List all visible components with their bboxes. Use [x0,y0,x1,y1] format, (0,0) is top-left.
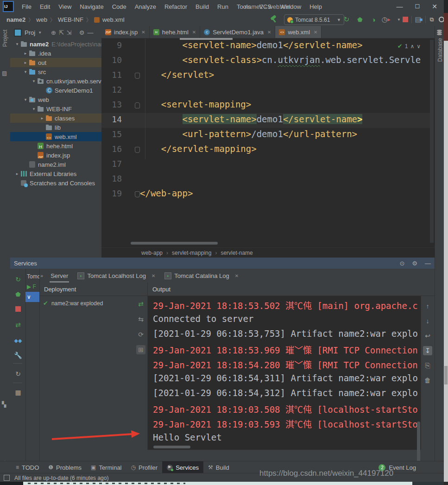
tree-row-servletdemo1[interactable]: CServletDemo1 [10,86,101,95]
services-tree-row[interactable]: ▶ F [25,282,39,292]
refresh-icon[interactable]: ↻ [14,370,22,378]
collapse-all-icon[interactable]: ⇲ [67,29,72,36]
tree-row-src[interactable]: ▾src [10,67,101,76]
float-mode-icon[interactable]: ⊙ [399,260,404,267]
prev-problem-icon[interactable]: ∧ [410,43,414,50]
profiler-button[interactable]: ◷▶ [382,15,390,24]
gear-icon[interactable]: ⚙ [412,260,417,267]
tree-chevron-icon[interactable]: ▸ [22,51,29,56]
deploy-all-button[interactable]: ⇄ [14,321,22,329]
scroll-to-end-icon[interactable]: ↧ [423,346,432,355]
scroll-down-icon[interactable]: ↓ [423,316,432,326]
menu-build[interactable]: Build [191,0,213,13]
xml-breadcrumb-item[interactable]: web-app [141,250,163,256]
services-tree-row[interactable]: Tomc [25,271,39,282]
print-icon[interactable]: ⎘ [423,361,432,370]
deploy-icon[interactable]: ⇄ [136,299,145,309]
breadcrumb-item[interactable]: WEB-INF [58,16,83,23]
menu-navigate[interactable]: Navigate [76,0,107,13]
tree-chevron-icon[interactable]: ▸ [22,60,29,65]
editor-horizontal-scrollbar[interactable] [131,242,218,245]
line-number[interactable]: 14 [101,114,122,124]
tree-chevron-icon[interactable]: ▾ [31,107,37,111]
tree-row-web[interactable]: ▾web [10,95,101,104]
next-problem-icon[interactable]: ∨ [416,43,421,50]
tree-row-lib[interactable]: lib [10,123,101,132]
close-tab-icon[interactable]: ✕ [314,30,317,35]
minimize-button[interactable]: — [397,3,403,10]
menu-edit[interactable]: Edit [36,0,54,13]
gear-icon[interactable]: ⚙ [79,29,85,36]
breadcrumb-item[interactable]: web [36,16,47,23]
inspection-widget[interactable]: ✔ 1 ∧ ∨ [398,43,421,50]
code-line-15[interactable]: <url-pattern>/demo1</url-pattern> [140,129,357,139]
tree-row--idea[interactable]: ▸.idea [10,49,101,58]
hotswap-icon[interactable]: ⊞↓ [136,345,145,354]
expand-all-icon[interactable]: ⇱ [59,29,64,36]
line-number[interactable]: 16 [101,144,122,154]
tree-row-hehe-html[interactable]: hehe.html [10,141,101,151]
run-anything-icon[interactable]: ⧉ [428,15,436,24]
build-hammer-icon[interactable] [270,15,278,23]
debug-button[interactable]: ⬟ [356,15,364,24]
menu-file[interactable]: File [18,0,36,13]
clear-console-icon[interactable]: 🗑 [423,376,432,385]
hide-panel-icon[interactable]: — [87,29,93,36]
tree-chevron-icon[interactable]: ▾ [31,79,37,83]
menu-help[interactable]: Help [305,0,326,13]
close-tab-icon[interactable]: ✕ [235,273,239,278]
hidden-tabs-icon[interactable]: » [40,273,42,278]
line-number[interactable]: 12 [101,85,122,94]
console-log[interactable]: 29-Jan-2021 18:18:53.502 淇℃伅 [main] org.… [148,296,421,450]
tree-row-name2[interactable]: ▾name2E:\IdeaProjects\name2 [10,39,101,49]
fold-marker-icon[interactable] [135,102,140,108]
stop-button[interactable] [401,15,410,24]
code-line-11[interactable]: </servlet> [140,69,214,80]
page-scrollbar-thumb[interactable] [444,366,448,384]
tree-chevron-icon[interactable]: ▸ [14,171,20,176]
menu-view[interactable]: View [54,0,76,13]
soft-wrap-icon[interactable]: ↩ [423,331,432,340]
menu-analyze[interactable]: Analyze [131,0,160,13]
tree-row-index-jsp[interactable]: index.jsp [10,151,101,160]
debug-server-button[interactable]: ⬟ [14,290,22,298]
tree-row-cn-utkvrjan-web-servlet[interactable]: ▾cn.utkvrjan.web.servlet [10,76,101,86]
close-tab-icon[interactable]: ✕ [267,30,271,35]
maximize-button[interactable]: ☐ [415,3,420,10]
services-tab-server[interactable]: Server [46,269,73,283]
line-number[interactable]: 10 [101,55,122,65]
tree-row-name2-iml[interactable]: name2.iml [10,160,101,169]
code-line-14[interactable]: <servlet-name>demo1</servlet-name> [140,114,362,124]
fold-marker-icon[interactable] [135,191,140,197]
project-view-selector[interactable]: Proj [25,29,35,36]
code-line-13[interactable]: <servlet-mapping> [140,99,251,109]
line-number[interactable]: 18 [101,174,122,183]
line-number[interactable]: 13 [101,100,122,109]
tree-chevron-icon[interactable]: ▾ [22,69,29,74]
editor-vertical-scrollbar[interactable] [430,40,434,243]
xml-breadcrumb-item[interactable]: servlet-name [221,250,252,256]
toolwindow-button-terminal[interactable]: ▣Terminal [86,461,126,473]
layout-icon[interactable]: ▦ [14,388,22,397]
tree-chevron-icon[interactable]: ▾ [14,42,20,46]
redeploy-icon[interactable]: ⟳ [136,330,145,339]
locate-file-icon[interactable]: ⊕ [51,29,56,36]
services-tree-row[interactable]: ∨ [25,292,39,302]
project-stripe-button[interactable]: Project [2,30,8,47]
editor-tab-web-xml[interactable]: <>web.xml✕ [275,26,322,38]
close-tab-icon[interactable]: ✕ [192,30,196,35]
breadcrumb-item[interactable]: web.xml [102,16,125,23]
toolwindow-button-build[interactable]: ⚒Build [203,461,234,473]
tree-row-classes[interactable]: ▸classes [10,113,101,123]
services-options-icon[interactable]: ◆◆ [14,336,22,345]
line-number[interactable]: 15 [101,129,122,139]
intellij-logo-icon[interactable]: IJ [3,1,14,12]
services-tab-tomcat-catalina-log[interactable]: ▸Tomcat Catalina Log✕ [160,269,243,283]
toolwindow-button-profiler[interactable]: ◷Profiler [126,461,163,473]
wrench-icon[interactable]: 🔧 [14,351,22,359]
services-tree[interactable]: Tomc▶ F∨ [25,269,40,461]
line-number[interactable]: 9 [101,40,122,50]
toolwindow-toggle-icon[interactable] [4,475,10,481]
tree-row-scratches-and-consoles[interactable]: Scratches and Consoles [10,178,101,188]
menu-refactor[interactable]: Refactor [160,0,191,13]
